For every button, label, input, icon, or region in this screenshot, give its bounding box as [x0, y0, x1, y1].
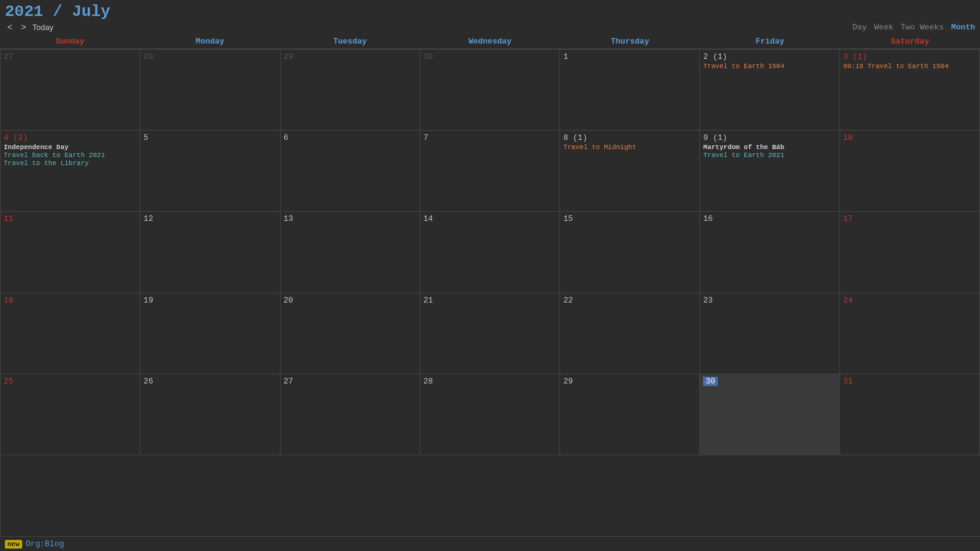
day-num: 28	[424, 377, 557, 386]
day-num: 10	[843, 133, 976, 142]
day-num: 5	[144, 133, 277, 142]
cell-w3-fri[interactable]: 16	[700, 212, 840, 293]
calendar-grid: 27 28 29 30 1 2 (1) Travel to Earth 1504…	[0, 49, 980, 536]
header-saturday: Saturday	[840, 34, 980, 48]
header-tuesday: Tuesday	[280, 34, 420, 48]
header-sunday: Sunday	[0, 34, 140, 48]
cell-w5-thu[interactable]: 29	[560, 374, 700, 455]
day-num: 15	[563, 214, 696, 223]
day-num: 24	[843, 296, 976, 305]
day-num: 26	[144, 377, 277, 386]
event[interactable]: Independence Day	[4, 144, 137, 151]
today-button[interactable]: Today	[32, 23, 53, 32]
event[interactable]: Travel back to Earth 2021	[4, 152, 137, 159]
cell-w3-sun[interactable]: 11	[1, 212, 141, 293]
cell-w1-tue[interactable]: 29	[281, 50, 421, 131]
cell-w2-tue[interactable]: 6	[281, 131, 421, 212]
view-week[interactable]: Week	[874, 23, 893, 32]
cell-w2-wed[interactable]: 7	[421, 131, 561, 212]
day-num: 20	[284, 296, 417, 305]
prev-button[interactable]: <	[5, 22, 15, 32]
cell-w2-sun[interactable]: 4 (2) Independence Day Travel back to Ea…	[1, 131, 141, 212]
event[interactable]: Travel to Earth 1504	[703, 63, 836, 70]
cell-w3-sat[interactable]: 17	[840, 212, 980, 293]
cell-w4-sun[interactable]: 18	[1, 293, 141, 374]
event[interactable]: 09:18 Travel to Earth 1504	[843, 63, 976, 70]
cell-w4-mon[interactable]: 19	[141, 293, 281, 374]
day-num: 7	[424, 133, 557, 142]
cell-w4-wed[interactable]: 21	[421, 293, 561, 374]
header-friday: Friday	[700, 34, 840, 48]
day-num: 29	[284, 52, 417, 61]
view-two-weeks[interactable]: Two Weeks	[901, 23, 944, 32]
view-month[interactable]: Month	[951, 23, 975, 32]
cell-w5-sat[interactable]: 31	[840, 374, 980, 455]
event[interactable]: Martyrdom of the Báb	[703, 144, 836, 151]
cell-w2-mon[interactable]: 5	[141, 131, 281, 212]
cell-w1-fri[interactable]: 2 (1) Travel to Earth 1504	[700, 50, 840, 131]
header-wednesday: Wednesday	[420, 34, 560, 48]
day-num: 19	[144, 296, 277, 305]
calendar-title: 2021 / July	[5, 2, 975, 21]
day-num: 18	[4, 296, 137, 305]
cell-w3-mon[interactable]: 12	[141, 212, 281, 293]
day-num: 17	[843, 214, 976, 223]
title-month: July	[72, 2, 110, 21]
cell-w1-thu[interactable]: 1	[560, 50, 700, 131]
cell-w5-fri-today[interactable]: 30	[700, 374, 840, 455]
day-num: 28	[144, 52, 277, 61]
cell-w5-tue[interactable]: 27	[281, 374, 421, 455]
cell-w3-tue[interactable]: 13	[281, 212, 421, 293]
cell-w2-thu[interactable]: 8 (1) Travel to Midnight	[560, 131, 700, 212]
cell-w1-sat[interactable]: 3 (1) 09:18 Travel to Earth 1504	[840, 50, 980, 131]
day-num: 25	[4, 377, 137, 386]
title-slash: /	[43, 2, 72, 21]
day-num: 30	[703, 377, 718, 386]
header: 2021 / July < > Today Day Week Two Weeks…	[0, 0, 980, 34]
cell-w1-wed[interactable]: 30	[421, 50, 561, 131]
title-year: 2021	[5, 2, 43, 21]
cell-w3-wed[interactable]: 14	[421, 212, 561, 293]
day-num: 11	[4, 214, 137, 223]
day-num: 23	[703, 296, 836, 305]
header-monday: Monday	[140, 34, 280, 48]
cell-w2-sat[interactable]: 10	[840, 131, 980, 212]
cell-w4-sat[interactable]: 24	[840, 293, 980, 374]
cell-w4-tue[interactable]: 20	[281, 293, 421, 374]
event[interactable]: Travel to Earth 2021	[703, 152, 836, 159]
cell-w4-thu[interactable]: 22	[560, 293, 700, 374]
day-num: 27	[4, 52, 137, 61]
day-num: 31	[843, 377, 976, 386]
view-day[interactable]: Day	[852, 23, 866, 32]
cell-w1-sun[interactable]: 27	[1, 50, 141, 131]
cell-w1-mon[interactable]: 28	[141, 50, 281, 131]
day-num: 8 (1)	[563, 133, 696, 142]
day-num: 9 (1)	[703, 133, 836, 142]
event[interactable]: Travel to Midnight	[563, 144, 696, 151]
cell-w3-thu[interactable]: 15	[560, 212, 700, 293]
day-num: 21	[424, 296, 557, 305]
cell-w4-fri[interactable]: 23	[700, 293, 840, 374]
day-num: 16	[703, 214, 836, 223]
day-num: 22	[563, 296, 696, 305]
footer: new Org:Blog	[0, 536, 980, 551]
cell-w5-sun[interactable]: 25	[1, 374, 141, 455]
footer-label[interactable]: Org:Blog	[26, 539, 64, 549]
app: 2021 / July < > Today Day Week Two Weeks…	[0, 0, 980, 551]
day-num: 4 (2)	[4, 133, 137, 142]
day-num: 27	[284, 377, 417, 386]
cell-w5-mon[interactable]: 26	[141, 374, 281, 455]
day-num: 30	[424, 52, 557, 61]
day-headers: Sunday Monday Tuesday Wednesday Thursday…	[0, 34, 980, 49]
nav-left: < > Today	[5, 22, 53, 32]
day-num: 6	[284, 133, 417, 142]
next-button[interactable]: >	[18, 22, 28, 32]
footer-tag: new	[5, 540, 22, 549]
nav-row: < > Today Day Week Two Weeks Month	[5, 21, 975, 33]
day-num: 3 (1)	[843, 52, 976, 61]
day-num: 12	[144, 214, 277, 223]
cell-w2-fri[interactable]: 9 (1) Martyrdom of the Báb Travel to Ear…	[700, 131, 840, 212]
header-thursday: Thursday	[560, 34, 700, 48]
cell-w5-wed[interactable]: 28	[421, 374, 561, 455]
event[interactable]: Travel to the Library	[4, 160, 137, 167]
